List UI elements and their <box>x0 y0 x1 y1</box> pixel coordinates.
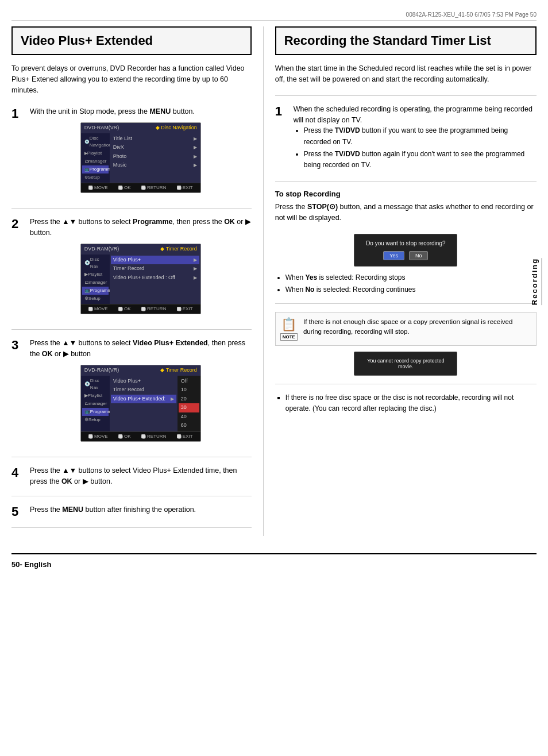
step-4-block: 4 Press the ▲▼ buttons to select Video P… <box>11 465 252 487</box>
right-divider-1 <box>275 95 537 96</box>
list-item: If there is no free disc space or the di… <box>285 392 537 414</box>
copy-protection-message: You cannot record copy protected movie. <box>360 358 451 369</box>
left-title: Video Plus+ Extended <box>21 33 242 48</box>
dialog-message: Do you want to stop recording? <box>360 240 451 246</box>
final-note-list: If there is no free disc space or the di… <box>275 392 537 414</box>
right-divider-3 <box>275 303 537 304</box>
step-3-number: 3 <box>11 339 25 352</box>
step-4-text: Press the ▲▼ buttons to select Video Plu… <box>30 465 252 487</box>
right-step-1-text: When the scheduled recording is operatin… <box>294 104 537 172</box>
right-section-title-box: Recording the Standard Timer List <box>275 26 537 55</box>
note-icon-area: 📋 NOTE <box>280 317 298 341</box>
step-5-number: 5 <box>11 506 25 518</box>
step-3-block: 3 Press the ▲▼ buttons to select Video P… <box>11 338 252 448</box>
right-step-1-block: 1 When the scheduled recording is operat… <box>275 104 537 172</box>
dvd-screen-3: DVD-RAM(VR) ◆ Timer Record 💿 Disc Nav ▶ … <box>80 365 201 442</box>
dialog-buttons: Yes No <box>360 251 451 260</box>
list-item: When No is selected: Recording continues <box>285 284 537 295</box>
left-section-title-box: Video Plus+ Extended <box>11 26 252 55</box>
page-header: 00842A-R125-XEU_41-50 6/7/05 7:53 PM Pag… <box>11 11 537 21</box>
left-intro: To prevent delays or overruns, DVD Recor… <box>11 63 252 95</box>
right-step-1-number: 1 <box>275 105 289 118</box>
dialog-yes-button[interactable]: Yes <box>383 251 404 260</box>
note-block: 📋 NOTE If there is not enough disc space… <box>275 312 537 346</box>
step-1-text: With the unit in Stop mode, press the ME… <box>30 106 252 199</box>
step-4-number: 4 <box>11 466 25 479</box>
note-text: If there is not enough disc space or a c… <box>303 317 531 337</box>
stop-recording-section: To stop Recording Press the STOP(⊙) butt… <box>275 190 537 295</box>
stop-dialog: Do you want to stop recording? Yes No <box>354 234 457 267</box>
right-divider-2 <box>275 181 537 182</box>
left-column: Video Plus+ Extended To prevent delays o… <box>11 26 264 536</box>
page-number: 50- English <box>11 560 51 569</box>
step-3-text: Press the ▲▼ buttons to select Video Plu… <box>30 338 252 448</box>
dialog-no-button[interactable]: No <box>409 251 429 260</box>
right-divider-4 <box>275 384 537 384</box>
page-footer: 50- English <box>11 553 537 569</box>
list-item: Press the TV/DVD button if you want to s… <box>304 125 537 147</box>
step-divider-3 <box>11 457 252 457</box>
right-column: Recording the Standard Timer List When t… <box>264 26 537 536</box>
stop-recording-bullets: When Yes is selected: Recording stops Wh… <box>275 272 537 295</box>
right-intro: When the start time in the Scheduled rec… <box>275 63 537 85</box>
step-1-number: 1 <box>11 107 25 120</box>
step-5-block: 5 Press the MENU button after finishing … <box>11 504 252 518</box>
step-2-block: 2 Press the ▲▼ buttons to select Program… <box>11 217 252 320</box>
dvd-screen-1: DVD-RAM(VR) ◆ Disc Navigation 💿 Disc Nav… <box>80 122 201 193</box>
step-divider-1 <box>11 208 252 209</box>
step-divider-2 <box>11 329 252 330</box>
step-2-number: 2 <box>11 218 25 230</box>
dvd-screen-2: DVD-RAM(VR) ◆ Timer Record 💿 Disc Nav ▶ … <box>80 244 201 314</box>
stop-recording-title: To stop Recording <box>275 190 537 198</box>
recording-sidebar-label: Recording <box>530 258 542 305</box>
list-item: When Yes is selected: Recording stops <box>285 272 537 283</box>
step-2-text: Press the ▲▼ buttons to select Programme… <box>30 217 252 320</box>
step-5-text: Press the MENU button after finishing th… <box>30 504 252 515</box>
right-step-1-bullets: Press the TV/DVD button if you want to s… <box>294 125 537 171</box>
step-1-block: 1 With the unit in Stop mode, press the … <box>11 106 252 199</box>
step-divider-4 <box>11 496 252 496</box>
right-title: Recording the Standard Timer List <box>284 33 527 48</box>
note-label: NOTE <box>280 333 298 341</box>
step-divider-5 <box>11 527 252 528</box>
copy-protection-dialog: You cannot record copy protected movie. <box>354 352 457 376</box>
stop-recording-text: Press the STOP(⊙) button, and a message … <box>275 202 537 223</box>
note-icon: 📋 <box>280 317 298 332</box>
list-item: Press the TV/DVD button again if you don… <box>304 149 537 171</box>
